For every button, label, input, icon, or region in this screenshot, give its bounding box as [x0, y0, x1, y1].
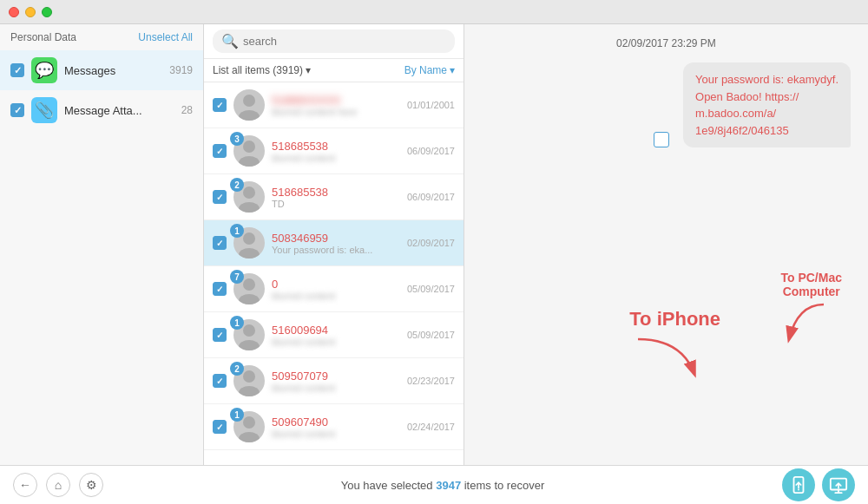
sidebar-item-attachments[interactable]: 📎 Message Atta... 28	[0, 90, 203, 130]
msg-name: 508346959	[272, 232, 400, 245]
badge: 3	[230, 132, 244, 146]
msg-preview: blurred content	[272, 153, 400, 163]
msg-preview: blurred content	[272, 337, 400, 347]
close-button[interactable]	[9, 7, 19, 17]
chat-row: Your password is: ekamydyf. Open Badoo! …	[482, 62, 851, 147]
list-header-left[interactable]: List all items (3919) ▾	[213, 64, 311, 76]
list-item[interactable]: 7 0 blurred content 05/09/2017	[204, 266, 464, 312]
middle-panel: 🔍 List all items (3919) ▾ By Name ▾	[204, 24, 464, 465]
svg-point-10	[243, 324, 255, 337]
msg-date: 06/09/2017	[407, 192, 455, 202]
item-checkbox[interactable]	[213, 236, 227, 250]
svg-point-15	[239, 432, 260, 442]
right-panel: 02/09/2017 23:29 PM Your password is: ek…	[464, 24, 868, 465]
to-iphone-annotation: To iPhone	[629, 308, 720, 378]
svg-point-4	[243, 187, 255, 199]
msg-preview: TD	[272, 199, 400, 209]
to-pc-arrow	[780, 300, 832, 344]
messages-count: 3919	[169, 64, 193, 76]
item-checkbox[interactable]	[213, 98, 227, 112]
sidebar-item-messages[interactable]: 💬 Messages 3919	[0, 50, 203, 90]
msg-date: 06/09/2017	[407, 146, 455, 156]
msg-date: 01/01/2001	[407, 100, 455, 110]
badge: 1	[230, 316, 244, 330]
svg-point-6	[243, 232, 255, 245]
attachments-icon: 📎	[31, 97, 57, 123]
list-dropdown-icon: ▾	[306, 64, 311, 76]
item-checkbox[interactable]	[213, 282, 227, 296]
msg-info: 509607490 blurred content	[272, 416, 400, 439]
list-item[interactable]: 1 509607490 blurred content 02/24/2017	[204, 404, 464, 450]
sidebar-title: Personal Data	[10, 31, 76, 43]
message-select-checkbox[interactable]	[654, 132, 669, 147]
right-header: 02/09/2017 23:29 PM	[482, 37, 851, 49]
list-item[interactable]: 1 516009694 blurred content 05/09/2017	[204, 312, 464, 358]
msg-name: 516009694	[272, 324, 400, 337]
item-checkbox[interactable]	[213, 374, 227, 388]
msg-date: 02/23/2017	[407, 376, 455, 386]
home-button[interactable]: ⌂	[46, 473, 70, 497]
sidebar: Personal Data Unselect All 💬 Messages 39…	[0, 24, 204, 465]
attachments-checkbox[interactable]	[10, 103, 24, 117]
msg-preview: blurred content here	[272, 107, 400, 117]
svg-point-2	[243, 141, 255, 153]
settings-button[interactable]: ⚙	[79, 473, 103, 497]
msg-info: 518685538 TD	[272, 186, 400, 209]
item-checkbox[interactable]	[213, 420, 227, 434]
sidebar-header: Personal Data Unselect All	[0, 24, 203, 50]
restore-to-pc-button[interactable]	[822, 468, 855, 501]
avatar-wrap: 1	[233, 227, 265, 259]
list-item[interactable]: 3 518685538 blurred content 06/09/2017	[204, 128, 464, 174]
item-checkbox[interactable]	[213, 328, 227, 342]
msg-preview: blurred content	[272, 429, 400, 439]
msg-info: 516009694 blurred content	[272, 324, 400, 347]
sort-by-label: By Name	[404, 64, 447, 76]
list-all-items-label: List all items (3919)	[213, 64, 303, 76]
unselect-all-button[interactable]: Unselect All	[138, 31, 193, 43]
minimize-button[interactable]	[25, 7, 36, 17]
search-icon: 🔍	[221, 33, 239, 49]
iphone-icon	[789, 475, 808, 494]
selected-count: 3947	[436, 479, 461, 492]
msg-info: 518685538 blurred content	[272, 140, 400, 163]
maximize-button[interactable]	[42, 7, 52, 17]
sort-dropdown-icon: ▾	[450, 64, 455, 76]
msg-date: 05/09/2017	[407, 284, 455, 294]
chat-bubble: Your password is: ekamydyf. Open Badoo! …	[683, 62, 851, 147]
item-checkbox[interactable]	[213, 144, 227, 158]
list-item[interactable]: 2 518685538 TD 06/09/2017	[204, 174, 464, 220]
status-prefix: You have selected	[341, 479, 433, 492]
msg-date: 05/09/2017	[407, 330, 455, 340]
svg-point-12	[243, 370, 255, 383]
list-item[interactable]: 2 509507079 blurred content 02/23/2017	[204, 358, 464, 404]
search-input[interactable]	[243, 35, 446, 48]
back-button[interactable]: ←	[13, 473, 37, 497]
msg-info: 508346959 Your password is: eka...	[272, 232, 400, 255]
msg-name: 518685538	[272, 186, 400, 199]
svg-point-7	[239, 248, 260, 259]
search-wrap[interactable]: 🔍	[213, 29, 455, 53]
list-item[interactable]: 1 508346959 Your password is: eka... 02/…	[204, 220, 464, 266]
restore-to-iphone-button[interactable]	[782, 468, 815, 501]
status-suffix: items to recover	[464, 479, 544, 492]
badge: 7	[230, 270, 244, 284]
main-content: Personal Data Unselect All 💬 Messages 39…	[0, 24, 868, 465]
bottom-status: You have selected 3947 items to recover	[341, 479, 544, 492]
msg-preview: Your password is: eka...	[272, 245, 400, 255]
badge: 2	[230, 178, 244, 192]
msg-info: 509507079 blurred content	[272, 370, 400, 393]
avatar-wrap: 2	[233, 181, 265, 213]
titlebar	[0, 0, 868, 24]
item-checkbox[interactable]	[213, 190, 227, 204]
svg-point-0	[243, 95, 255, 107]
to-pc-annotation: To PC/Mac Computer	[780, 271, 842, 344]
attachments-count: 28	[181, 104, 193, 116]
svg-point-5	[239, 202, 260, 213]
list-header-right[interactable]: By Name ▾	[404, 64, 455, 76]
messages-icon: 💬	[31, 57, 57, 83]
to-iphone-arrow	[629, 335, 699, 378]
messages-checkbox[interactable]	[10, 63, 24, 77]
list-item[interactable]: 51868XXXXX blurred content here 01/01/20…	[204, 82, 464, 128]
msg-name: 509607490	[272, 416, 400, 429]
computer-icon	[829, 475, 848, 494]
